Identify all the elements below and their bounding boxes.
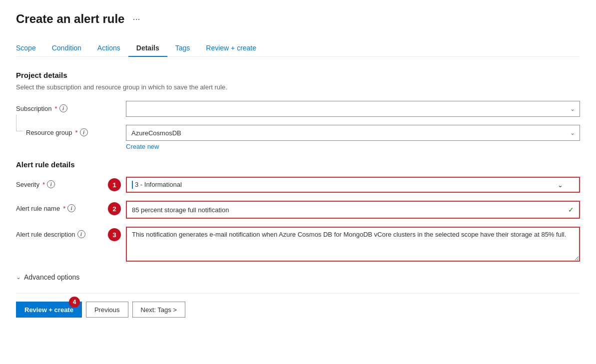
project-details-desc: Select the subscription and resource gro… — [16, 83, 580, 91]
severity-row: Severity * i 1 3 - Informational ⌄ — [16, 177, 580, 193]
advanced-options-chevron-icon: ⌄ — [16, 274, 21, 281]
tabs-nav: Scope Condition Actions Details Tags Rev… — [16, 40, 580, 57]
tab-actions[interactable]: Actions — [89, 40, 128, 57]
alert-rule-description-control: 3 This notification generates e-mail not… — [126, 227, 580, 263]
resource-group-dropdown-wrap: AzureCosmosDB ⌄ — [126, 125, 580, 141]
subscription-dropdown-wrap: ⌄ — [126, 101, 580, 117]
severity-required: * — [42, 181, 45, 188]
alert-rule-description-badge: 3 — [108, 228, 121, 241]
create-new-link[interactable]: Create new — [126, 143, 159, 150]
severity-info-icon[interactable]: i — [47, 180, 55, 188]
severity-control: 1 3 - Informational ⌄ — [126, 177, 580, 193]
subscription-info-icon[interactable]: i — [59, 104, 67, 112]
subscription-control: ⌄ — [126, 101, 580, 117]
advanced-options-label: Advanced options — [24, 273, 79, 281]
resource-group-required: * — [75, 129, 78, 136]
resource-group-info-icon[interactable]: i — [80, 128, 88, 136]
severity-badge: 1 — [108, 178, 121, 191]
resource-group-dropdown[interactable]: AzureCosmosDB — [126, 125, 580, 141]
alert-rule-description-row: Alert rule description i 3 This notifica… — [16, 227, 580, 263]
alert-rule-description-textarea[interactable]: This notification generates e-mail notif… — [126, 227, 580, 262]
alert-rule-name-input-wrap: ✓ — [126, 201, 580, 219]
tab-review-create[interactable]: Review + create — [198, 40, 264, 57]
footer-badge: 4 — [69, 297, 80, 308]
check-icon: ✓ — [568, 206, 574, 214]
alert-rule-name-input[interactable] — [127, 202, 563, 218]
subscription-label: Subscription * i — [16, 101, 126, 112]
alert-rule-name-badge: 2 — [108, 202, 121, 215]
page-title-row: Create an alert rule ··· — [16, 12, 580, 26]
alert-rule-description-info-icon[interactable]: i — [77, 230, 85, 238]
tab-tags[interactable]: Tags — [167, 40, 198, 57]
subscription-row: Subscription * i ⌄ — [16, 101, 580, 117]
subscription-dropdown[interactable] — [126, 101, 580, 117]
alert-rule-name-required: * — [63, 205, 65, 212]
next-tags-button[interactable]: Next: Tags > — [132, 302, 185, 318]
tab-condition[interactable]: Condition — [44, 40, 89, 57]
subscription-required: * — [55, 105, 57, 112]
alert-rule-details-section: Alert rule details Severity * i 1 3 - In… — [16, 160, 580, 263]
resource-group-label: Resource group * i — [16, 125, 126, 136]
ellipsis-menu[interactable]: ··· — [129, 13, 143, 25]
previous-button[interactable]: Previous — [86, 302, 128, 318]
page-title: Create an alert rule — [16, 12, 124, 26]
tab-scope[interactable]: Scope — [16, 40, 44, 57]
resource-group-control: AzureCosmosDB ⌄ Create new — [126, 125, 580, 150]
project-details-section: Project details Select the subscription … — [16, 71, 580, 150]
alert-rule-details-title: Alert rule details — [16, 160, 580, 169]
severity-dropdown[interactable]: 3 - Informational ⌄ — [126, 177, 580, 193]
severity-chevron-icon: ⌄ — [558, 181, 563, 189]
severity-dropdown-wrap: 3 - Informational ⌄ — [126, 177, 580, 193]
tab-details[interactable]: Details — [128, 40, 167, 57]
project-details-title: Project details — [16, 71, 580, 79]
advanced-options-section[interactable]: ⌄ Advanced options — [16, 273, 580, 281]
resource-group-row: Resource group * i AzureCosmosDB ⌄ Creat… — [16, 125, 580, 150]
bottom-bar: 4 Review + create Previous Next: Tags > — [16, 293, 580, 318]
alert-rule-name-row: Alert rule name * i 2 ✓ — [16, 201, 580, 219]
alert-rule-name-info-icon[interactable]: i — [67, 204, 75, 212]
alert-rule-name-control: 2 ✓ — [126, 201, 580, 219]
